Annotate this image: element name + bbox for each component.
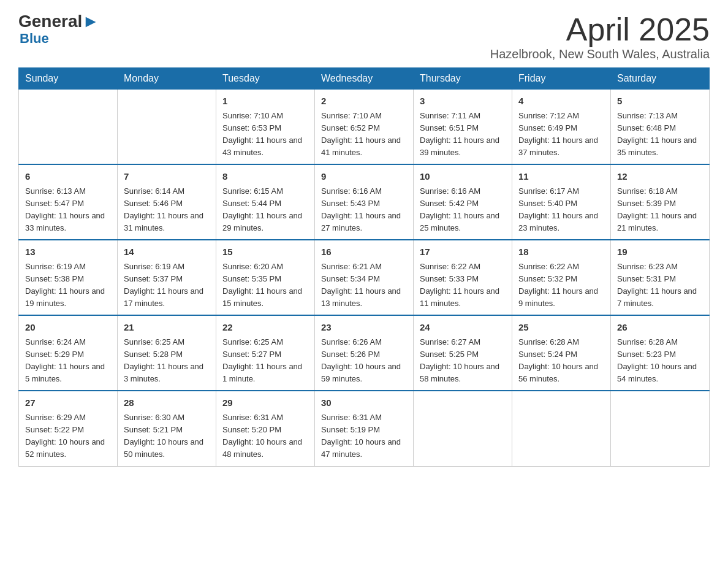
day-number: 15 <box>222 245 308 259</box>
table-row: 6Sunrise: 6:13 AMSunset: 5:47 PMDaylight… <box>19 164 118 240</box>
day-info: Sunrise: 6:27 AMSunset: 5:25 PMDaylight:… <box>420 336 506 386</box>
table-row: 26Sunrise: 6:28 AMSunset: 5:23 PMDayligh… <box>611 315 710 391</box>
table-row: 22Sunrise: 6:25 AMSunset: 5:27 PMDayligh… <box>216 315 315 391</box>
table-row: 12Sunrise: 6:18 AMSunset: 5:39 PMDayligh… <box>611 164 710 240</box>
table-row: 29Sunrise: 6:31 AMSunset: 5:20 PMDayligh… <box>216 391 315 466</box>
day-info: Sunrise: 7:12 AMSunset: 6:49 PMDaylight:… <box>518 110 604 159</box>
day-number: 1 <box>222 94 308 109</box>
day-number: 4 <box>518 94 604 109</box>
day-number: 28 <box>124 396 210 410</box>
table-row: 19Sunrise: 6:23 AMSunset: 5:31 PMDayligh… <box>611 240 710 315</box>
day-number: 9 <box>321 170 407 184</box>
table-row: 30Sunrise: 6:31 AMSunset: 5:19 PMDayligh… <box>315 391 414 466</box>
table-row: 21Sunrise: 6:25 AMSunset: 5:28 PMDayligh… <box>118 315 216 391</box>
day-number: 18 <box>518 245 604 259</box>
day-number: 20 <box>25 321 111 335</box>
table-row <box>19 90 118 165</box>
day-number: 13 <box>25 245 111 259</box>
calendar-header-row: Sunday Monday Tuesday Wednesday Thursday… <box>19 68 710 90</box>
table-row: 4Sunrise: 7:12 AMSunset: 6:49 PMDaylight… <box>512 90 611 165</box>
day-info: Sunrise: 6:15 AMSunset: 5:44 PMDaylight:… <box>222 185 308 235</box>
table-row: 15Sunrise: 6:20 AMSunset: 5:35 PMDayligh… <box>216 240 315 315</box>
day-info: Sunrise: 6:13 AMSunset: 5:47 PMDaylight:… <box>25 185 111 235</box>
month-title: April 2025 <box>490 12 710 47</box>
header-monday: Monday <box>118 68 216 90</box>
day-info: Sunrise: 6:22 AMSunset: 5:33 PMDaylight:… <box>420 261 506 310</box>
day-info: Sunrise: 6:16 AMSunset: 5:43 PMDaylight:… <box>321 185 407 235</box>
calendar-week-row: 1Sunrise: 7:10 AMSunset: 6:53 PMDaylight… <box>19 90 710 165</box>
day-info: Sunrise: 6:28 AMSunset: 5:23 PMDaylight:… <box>617 336 703 386</box>
day-number: 14 <box>124 245 210 259</box>
day-number: 30 <box>321 396 407 410</box>
header-friday: Friday <box>512 68 611 90</box>
table-row: 16Sunrise: 6:21 AMSunset: 5:34 PMDayligh… <box>315 240 414 315</box>
day-number: 5 <box>617 94 703 109</box>
table-row: 8Sunrise: 6:15 AMSunset: 5:44 PMDaylight… <box>216 164 315 240</box>
header-sunday: Sunday <box>19 68 118 90</box>
day-number: 6 <box>25 170 111 184</box>
day-number: 11 <box>518 170 604 184</box>
header-thursday: Thursday <box>414 68 512 90</box>
table-row <box>512 391 611 466</box>
day-number: 3 <box>420 94 506 109</box>
day-info: Sunrise: 6:14 AMSunset: 5:46 PMDaylight:… <box>124 185 210 235</box>
day-number: 21 <box>124 321 210 335</box>
day-number: 8 <box>222 170 308 184</box>
day-number: 2 <box>321 94 407 109</box>
table-row: 2Sunrise: 7:10 AMSunset: 6:52 PMDaylight… <box>315 90 414 165</box>
logo-general-text: General <box>18 12 82 31</box>
logo-blue-text: ► <box>82 12 99 31</box>
table-row: 14Sunrise: 6:19 AMSunset: 5:37 PMDayligh… <box>118 240 216 315</box>
day-info: Sunrise: 6:25 AMSunset: 5:27 PMDaylight:… <box>222 336 308 386</box>
table-row: 1Sunrise: 7:10 AMSunset: 6:53 PMDaylight… <box>216 90 315 165</box>
day-info: Sunrise: 6:24 AMSunset: 5:29 PMDaylight:… <box>25 336 111 386</box>
table-row <box>118 90 216 165</box>
logo-blue-label: Blue <box>20 31 49 46</box>
day-number: 25 <box>518 321 604 335</box>
day-info: Sunrise: 6:30 AMSunset: 5:21 PMDaylight:… <box>124 412 210 461</box>
day-info: Sunrise: 6:16 AMSunset: 5:42 PMDaylight:… <box>420 185 506 235</box>
day-info: Sunrise: 6:22 AMSunset: 5:32 PMDaylight:… <box>518 261 604 310</box>
header-tuesday: Tuesday <box>216 68 315 90</box>
table-row: 18Sunrise: 6:22 AMSunset: 5:32 PMDayligh… <box>512 240 611 315</box>
day-info: Sunrise: 6:28 AMSunset: 5:24 PMDaylight:… <box>518 336 604 386</box>
table-row: 11Sunrise: 6:17 AMSunset: 5:40 PMDayligh… <box>512 164 611 240</box>
day-info: Sunrise: 6:17 AMSunset: 5:40 PMDaylight:… <box>518 185 604 235</box>
location-title: Hazelbrook, New South Wales, Australia <box>490 47 710 61</box>
table-row: 13Sunrise: 6:19 AMSunset: 5:38 PMDayligh… <box>19 240 118 315</box>
table-row: 5Sunrise: 7:13 AMSunset: 6:48 PMDaylight… <box>611 90 710 165</box>
day-info: Sunrise: 7:10 AMSunset: 6:52 PMDaylight:… <box>321 110 407 159</box>
table-row: 24Sunrise: 6:27 AMSunset: 5:25 PMDayligh… <box>414 315 512 391</box>
day-number: 17 <box>420 245 506 259</box>
day-number: 22 <box>222 321 308 335</box>
day-info: Sunrise: 7:13 AMSunset: 6:48 PMDaylight:… <box>617 110 703 159</box>
table-row: 7Sunrise: 6:14 AMSunset: 5:46 PMDaylight… <box>118 164 216 240</box>
title-section: April 2025 Hazelbrook, New South Wales, … <box>490 12 710 61</box>
day-number: 19 <box>617 245 703 259</box>
day-info: Sunrise: 6:25 AMSunset: 5:28 PMDaylight:… <box>124 336 210 386</box>
page-header: General ► Blue April 2025 Hazelbrook, Ne… <box>18 12 710 61</box>
day-number: 27 <box>25 396 111 410</box>
day-info: Sunrise: 6:19 AMSunset: 5:37 PMDaylight:… <box>124 261 210 310</box>
table-row: 25Sunrise: 6:28 AMSunset: 5:24 PMDayligh… <box>512 315 611 391</box>
table-row: 28Sunrise: 6:30 AMSunset: 5:21 PMDayligh… <box>118 391 216 466</box>
calendar-week-row: 6Sunrise: 6:13 AMSunset: 5:47 PMDaylight… <box>19 164 710 240</box>
day-info: Sunrise: 6:18 AMSunset: 5:39 PMDaylight:… <box>617 185 703 235</box>
table-row: 9Sunrise: 6:16 AMSunset: 5:43 PMDaylight… <box>315 164 414 240</box>
day-number: 26 <box>617 321 703 335</box>
calendar-week-row: 27Sunrise: 6:29 AMSunset: 5:22 PMDayligh… <box>19 391 710 466</box>
day-info: Sunrise: 6:31 AMSunset: 5:20 PMDaylight:… <box>222 412 308 461</box>
table-row <box>611 391 710 466</box>
day-number: 24 <box>420 321 506 335</box>
calendar-week-row: 20Sunrise: 6:24 AMSunset: 5:29 PMDayligh… <box>19 315 710 391</box>
table-row: 10Sunrise: 6:16 AMSunset: 5:42 PMDayligh… <box>414 164 512 240</box>
table-row: 20Sunrise: 6:24 AMSunset: 5:29 PMDayligh… <box>19 315 118 391</box>
table-row <box>414 391 512 466</box>
day-info: Sunrise: 6:20 AMSunset: 5:35 PMDaylight:… <box>222 261 308 310</box>
calendar-table: Sunday Monday Tuesday Wednesday Thursday… <box>18 67 710 466</box>
table-row: 17Sunrise: 6:22 AMSunset: 5:33 PMDayligh… <box>414 240 512 315</box>
day-info: Sunrise: 6:31 AMSunset: 5:19 PMDaylight:… <box>321 412 407 461</box>
day-info: Sunrise: 6:29 AMSunset: 5:22 PMDaylight:… <box>25 412 111 461</box>
day-info: Sunrise: 7:10 AMSunset: 6:53 PMDaylight:… <box>222 110 308 159</box>
table-row: 27Sunrise: 6:29 AMSunset: 5:22 PMDayligh… <box>19 391 118 466</box>
